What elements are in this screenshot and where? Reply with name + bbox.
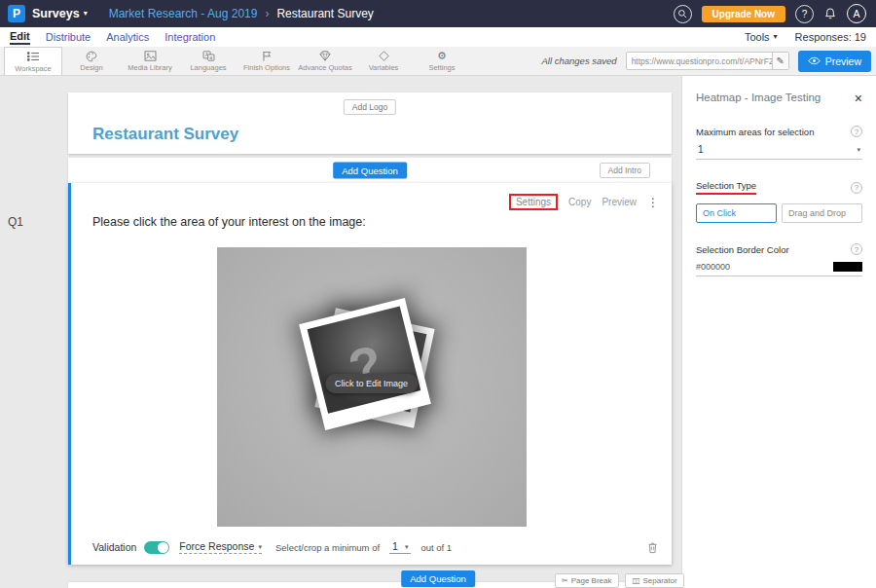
question-actions: Settings Copy Preview ⋮	[509, 194, 659, 210]
delete-question-button[interactable]	[647, 541, 658, 554]
toolbar-item-design[interactable]: Design	[62, 47, 121, 75]
gem-icon	[319, 50, 331, 62]
questionpro-app: P Surveys ▾ Market Research - Aug 2019 ›…	[0, 0, 876, 588]
question-number: Q1	[8, 215, 23, 229]
svg-text:a: a	[209, 55, 212, 60]
question-card: Settings Copy Preview ⋮ Please click the…	[68, 183, 672, 565]
force-response-dropdown[interactable]: Force Response ▾	[179, 540, 262, 554]
trash-icon	[647, 541, 658, 554]
help-icon[interactable]: ?	[851, 126, 862, 137]
tab-integration[interactable]: Integration	[164, 30, 215, 44]
add-question-button[interactable]: Add Question	[333, 163, 407, 179]
add-logo-button[interactable]: Add Logo	[344, 99, 396, 115]
notifications-button[interactable]	[823, 7, 837, 20]
toolbar-item-finish-options[interactable]: Finish Options	[237, 47, 296, 75]
insert-row-top: Add Question Add Intro	[68, 158, 672, 183]
force-response-label: Force Response	[179, 540, 254, 552]
survey-canvas: Q1 Add Logo Restaurant Survey Add Questi…	[0, 76, 876, 588]
preview-action[interactable]: Preview	[602, 197, 637, 207]
toolbar-item-label: Workspace	[15, 64, 51, 73]
toolbar-item-variables[interactable]: Variables	[354, 47, 413, 75]
question-text[interactable]: Please click the area of your interest o…	[92, 215, 366, 229]
search-icon	[677, 9, 687, 18]
tab-analytics[interactable]: Analytics	[106, 30, 149, 44]
tools-menu[interactable]: Tools ▾	[745, 31, 778, 43]
surveys-menu-label: Surveys	[32, 7, 80, 20]
page-break-label: Page Break	[571, 576, 612, 585]
question-settings-panel: Heatmap - Image Testing × Maximum areas …	[681, 76, 876, 588]
separator-button[interactable]: Separator	[625, 573, 684, 588]
max-areas-value: 1	[698, 144, 704, 155]
preview-button[interactable]: Preview	[798, 51, 871, 72]
separator-icon	[632, 577, 640, 585]
border-color-row: Selection Border Color ?	[696, 243, 862, 255]
help-icon[interactable]: ?	[851, 243, 862, 255]
toolbar-item-label: Variables	[369, 63, 399, 72]
page-break-button[interactable]: ✂ Page Break	[555, 573, 619, 588]
surveys-menu[interactable]: Surveys ▾	[32, 7, 88, 20]
click-to-edit-image-button[interactable]: Click to Edit Image	[325, 374, 418, 393]
help-icon[interactable]: ?	[851, 182, 862, 194]
tab-distribute[interactable]: Distribute	[46, 30, 91, 44]
survey-header-card: Add Logo Restaurant Survey	[68, 92, 672, 154]
copy-action[interactable]: Copy	[568, 197, 591, 207]
heatmap-image-placeholder[interactable]: ? Click to Edit Image	[217, 247, 527, 527]
border-color-field: #000000	[696, 255, 862, 276]
image-icon	[144, 50, 157, 62]
border-color-value[interactable]: #000000	[696, 262, 730, 272]
toolbar-item-languages[interactable]: Aa Languages	[179, 47, 237, 75]
max-areas-select[interactable]: 1 ▾	[696, 137, 862, 160]
topbar: P Surveys ▾ Market Research - Aug 2019 ›…	[0, 0, 876, 27]
nav-right: Tools ▾ Responses: 19	[745, 31, 866, 43]
help-button[interactable]: ?	[795, 5, 814, 23]
close-icon[interactable]: ×	[855, 92, 862, 105]
avatar[interactable]: A	[847, 4, 866, 23]
selection-type-label: Selection Type	[696, 180, 756, 195]
responses-count[interactable]: Responses: 19	[795, 31, 866, 43]
translate-icon: Aa	[202, 50, 215, 62]
breadcrumb: Market Research - Aug 2019 › Restaurant …	[109, 7, 374, 20]
min-selection-select[interactable]: 1 ▾	[389, 540, 411, 554]
eye-icon	[808, 56, 821, 65]
survey-url-field[interactable]: https://www.questionpro.com/t/APNrFZ ✎	[626, 52, 789, 70]
toolbar-item-label: Design	[80, 63, 102, 72]
questionpro-logo[interactable]: P	[8, 5, 25, 22]
chevron-down-icon: ▾	[774, 33, 778, 41]
breadcrumb-parent[interactable]: Market Research - Aug 2019	[109, 7, 258, 20]
selection-type-row: Selection Type ?	[696, 180, 862, 195]
workspace-icon	[26, 51, 40, 63]
page-title: Restaurant Survey	[92, 125, 238, 144]
settings-action[interactable]: Settings	[509, 194, 558, 210]
upgrade-button[interactable]: Upgrade Now	[702, 6, 785, 22]
question-footer: Validation Force Response ▾ Select/crop …	[92, 540, 658, 554]
toolbar-item-label: Advance Quotas	[298, 63, 351, 72]
toolbar-item-advance-quotas[interactable]: Advance Quotas	[296, 47, 354, 75]
color-swatch[interactable]	[833, 262, 862, 272]
tab-edit[interactable]: Edit	[10, 29, 30, 45]
min-selection-label: Select/crop a minimum of	[275, 542, 380, 553]
toolbar-item-settings[interactable]: ⚙ Settings	[413, 47, 471, 75]
scissors-icon: ✂	[562, 576, 568, 585]
max-areas-label: Maximum areas for selection	[696, 127, 814, 137]
survey-url-value: https://www.questionpro.com/t/APNrFZ	[627, 56, 772, 66]
min-selection-value: 1	[392, 540, 398, 552]
chevron-down-icon: ▾	[405, 543, 409, 550]
edit-url-button[interactable]: ✎	[772, 53, 788, 69]
search-button[interactable]	[674, 5, 692, 23]
toolbar-item-workspace[interactable]: Workspace	[4, 47, 62, 75]
flag-icon	[262, 50, 273, 62]
toolbar-right: All changes saved https://www.questionpr…	[542, 47, 876, 75]
on-click-option[interactable]: On Click	[696, 203, 777, 223]
add-question-button-bottom[interactable]: Add Question	[401, 570, 475, 587]
chevron-down-icon: ▾	[84, 10, 88, 18]
drag-and-drop-option[interactable]: Drag and Drop	[782, 203, 862, 223]
main-nav: Edit Distribute Analytics Integration To…	[0, 27, 876, 47]
validation-toggle[interactable]	[144, 541, 169, 554]
panel-title: Heatmap - Image Testing	[696, 92, 821, 103]
palette-icon	[86, 50, 97, 62]
add-intro-button[interactable]: Add Intro	[600, 163, 651, 178]
toolbar-item-media-library[interactable]: Media Library	[121, 47, 179, 75]
toolbar-item-label: Languages	[190, 63, 226, 72]
more-menu-icon[interactable]: ⋮	[647, 196, 659, 209]
help-icon: ?	[802, 9, 808, 19]
